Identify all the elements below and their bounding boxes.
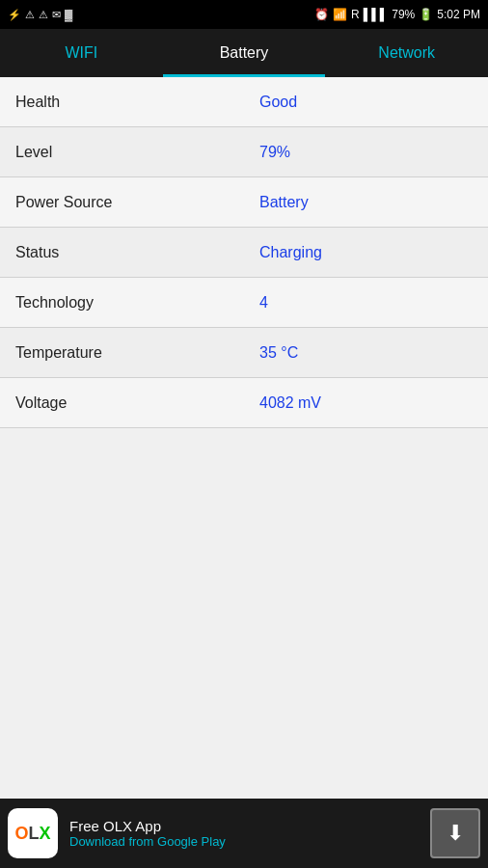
tab-wifi[interactable]: WIFI bbox=[0, 29, 163, 77]
tab-bar: WIFI Battery Network bbox=[0, 29, 488, 77]
table-row: Technology4 bbox=[0, 278, 488, 328]
table-row: Voltage4082 mV bbox=[0, 378, 488, 428]
table-row: Temperature35 °C bbox=[0, 328, 488, 378]
network-icon: R bbox=[351, 8, 360, 21]
row-label: Temperature bbox=[0, 331, 244, 375]
table-row: StatusCharging bbox=[0, 228, 488, 278]
battery-content: HealthGoodLevel79%Power SourceBatterySta… bbox=[0, 77, 488, 799]
mail-icon: ✉ bbox=[52, 9, 61, 21]
table-row: HealthGood bbox=[0, 77, 488, 127]
table-row: Level79% bbox=[0, 127, 488, 177]
download-icon: ⬇ bbox=[447, 821, 464, 846]
ad-download-button[interactable]: ⬇ bbox=[430, 808, 480, 858]
ad-banner: OLX Free OLX App Download from Google Pl… bbox=[0, 799, 488, 868]
row-label: Level bbox=[0, 130, 244, 175]
row-label: Status bbox=[0, 231, 244, 275]
usb-icon: ⚡ bbox=[8, 9, 21, 21]
row-value: 79% bbox=[244, 130, 488, 175]
ad-text: Free OLX App Download from Google Play bbox=[69, 818, 419, 849]
tab-battery[interactable]: Battery bbox=[163, 29, 326, 77]
olx-logo: OLX bbox=[8, 808, 58, 858]
row-label: Health bbox=[0, 80, 244, 124]
signal-icon: ▓ bbox=[65, 9, 72, 20]
warning2-icon: ⚠ bbox=[39, 9, 48, 21]
row-value: Battery bbox=[244, 180, 488, 225]
row-label: Power Source bbox=[0, 180, 244, 225]
row-label: Voltage bbox=[0, 381, 244, 425]
row-label: Technology bbox=[0, 281, 244, 325]
row-value: 35 °C bbox=[244, 331, 488, 375]
battery-charging-icon: 🔋 bbox=[419, 8, 433, 21]
signal-bars-icon: ▌▌▌ bbox=[364, 8, 389, 21]
battery-info-table: HealthGoodLevel79%Power SourceBatterySta… bbox=[0, 77, 488, 428]
row-value: Good bbox=[244, 80, 488, 124]
row-value: Charging bbox=[244, 231, 488, 275]
alarm-icon: ⏰ bbox=[314, 8, 329, 21]
row-value: 4 bbox=[244, 281, 488, 325]
clock: 5:02 PM bbox=[437, 8, 480, 21]
row-value: 4082 mV bbox=[244, 381, 488, 425]
battery-percent: 79% bbox=[392, 8, 415, 21]
status-right: ⏰ 📶 R ▌▌▌ 79% 🔋 5:02 PM bbox=[314, 8, 480, 21]
status-bar: ⚡ ⚠ ⚠ ✉ ▓ ⏰ 📶 R ▌▌▌ 79% 🔋 5:02 PM bbox=[0, 0, 488, 29]
ad-subtitle: Download from Google Play bbox=[69, 834, 419, 849]
status-icons: ⚡ ⚠ ⚠ ✉ ▓ bbox=[8, 9, 72, 21]
wifi-status-icon: 📶 bbox=[333, 8, 347, 21]
table-row: Power SourceBattery bbox=[0, 177, 488, 228]
warning-icon: ⚠ bbox=[25, 9, 35, 21]
tab-network[interactable]: Network bbox=[325, 29, 488, 77]
ad-title: Free OLX App bbox=[69, 818, 419, 834]
